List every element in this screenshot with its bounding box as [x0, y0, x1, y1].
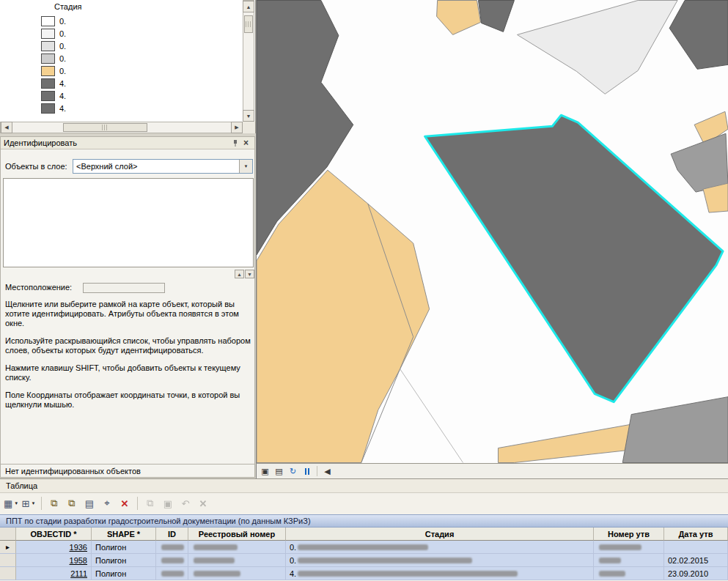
toolbar-separator: [41, 497, 42, 510]
identify-status-bar: Нет идентифицированных объектов: [1, 464, 254, 477]
paste-button: ▣: [160, 495, 176, 511]
table-row[interactable]: 2111 Полигон 4. 23.09.2010: [0, 567, 728, 580]
id-value-redacted: [156, 554, 188, 567]
shape-value: Полигон: [92, 541, 156, 554]
table-row[interactable]: ▸ 1936 Полигон 0.: [0, 541, 728, 554]
legend-label: 0.: [59, 42, 66, 51]
column-header[interactable]: Реестровый номер: [188, 528, 286, 541]
stage-value: 0.: [286, 554, 594, 567]
current-row-icon: ▸: [6, 543, 10, 551]
help-paragraph: Щелкните или выберите рамкой на карте об…: [5, 300, 251, 328]
zoom-to-selected-button[interactable]: ⌖: [99, 495, 115, 511]
legend-item: 4.: [41, 90, 66, 101]
legend-swatch: [41, 91, 55, 101]
row-selector[interactable]: ▸: [0, 541, 16, 554]
copy-button: ⧉: [142, 495, 158, 511]
horizontal-scroll-thumb[interactable]: [63, 123, 147, 132]
delete-button: ✕: [195, 495, 211, 511]
map-view[interactable]: [256, 0, 728, 463]
approval-number-redacted: [594, 541, 664, 554]
undo-button: ↶: [177, 495, 194, 511]
table-sheet-title: ППТ по стадии разработки градостроительн…: [6, 517, 311, 525]
layout-view-button[interactable]: ▤: [273, 465, 285, 477]
column-header[interactable]: Стадия: [286, 528, 594, 541]
column-header[interactable]: ID: [156, 528, 188, 541]
row-selector[interactable]: [0, 567, 16, 580]
identify-help-text: Щелкните или выберите рамкой на карте об…: [5, 300, 251, 418]
toc-legend-panel: Стадия 0. 0. 0. 0. 0. 4. 4. 4. ▲ ▼ ◀ ▶: [0, 0, 256, 133]
shape-value: Полигон: [92, 554, 156, 567]
pin-icon[interactable]: [229, 138, 240, 148]
grid-header-row: OBJECTID * SHAPE * ID Реестровый номер С…: [0, 528, 728, 541]
stage-value: 4.: [286, 567, 594, 580]
scroll-right-button[interactable]: ▶: [231, 122, 243, 133]
clear-selection-button[interactable]: ▤: [81, 495, 98, 511]
legend-label: 4.: [59, 104, 66, 113]
scroll-up-button[interactable]: ▲: [243, 1, 254, 12]
map-view-toolbar: ▣ ▤ ↻ ◀: [256, 463, 728, 478]
pause-drawing-button[interactable]: [301, 465, 313, 477]
legend-item: 0.: [41, 40, 66, 51]
legend-item: 4.: [41, 78, 66, 89]
objectid-value: 1936: [70, 543, 87, 552]
legend-label: 4.: [59, 92, 66, 100]
vertical-scroll-thumb[interactable]: [244, 15, 253, 33]
identify-panel: Идентифицировать × Объекты в слое: <Верх…: [0, 136, 255, 478]
map-canvas[interactable]: [257, 0, 728, 463]
back-extent-button[interactable]: ◀: [321, 465, 334, 477]
legend-item: 0.: [41, 15, 66, 26]
approval-date-value: 02.02.2015: [664, 554, 728, 567]
switch-selection-button[interactable]: ⧉: [64, 495, 80, 511]
location-field[interactable]: [83, 283, 165, 293]
attribute-table-window: Таблица ▦▼ ⊞▼ ⧉ ⧉ ▤ ⌖ ✕ ⧉ ▣ ↶ ✕ ППТ по с…: [0, 478, 728, 581]
legend-item: 0.: [41, 53, 66, 64]
legend-swatch: [41, 53, 55, 64]
location-label: Местоположение:: [5, 283, 72, 292]
identify-results-list[interactable]: [3, 178, 254, 267]
toolbar-separator: [137, 497, 138, 510]
chevron-down-icon[interactable]: ▼: [239, 160, 252, 173]
toc-horizontal-scrollbar[interactable]: ◀ ▶: [0, 122, 243, 133]
table-window-title: Таблица: [6, 481, 37, 490]
layer-select-value: <Верхний слой>: [73, 162, 239, 171]
registry-number-redacted: [188, 541, 286, 554]
row-selector[interactable]: [0, 554, 16, 567]
column-header[interactable]: OBJECTID *: [16, 528, 92, 541]
id-value-redacted: [156, 541, 188, 554]
related-tables-button[interactable]: ⊞▼: [21, 495, 37, 511]
legend-label: 0.: [59, 17, 66, 26]
help-paragraph: Нажмите клавишу SHIFT, чтобы добавить об…: [5, 363, 251, 382]
close-icon[interactable]: ×: [240, 138, 251, 148]
table-row[interactable]: 1958 Полигон 0. 02.02.2015: [0, 554, 728, 567]
select-by-attributes-button[interactable]: ⧉: [46, 495, 62, 511]
registry-number-redacted: [188, 567, 286, 580]
column-header[interactable]: Дата утв: [664, 528, 728, 541]
layer-select[interactable]: <Верхний слой> ▼: [73, 159, 253, 174]
column-header[interactable]: SHAPE *: [92, 528, 156, 541]
toc-vertical-scrollbar[interactable]: ▲ ▼: [243, 0, 254, 122]
help-paragraph: Поле Координаты отображает координаты то…: [5, 391, 251, 410]
refresh-view-button[interactable]: ↻: [287, 465, 299, 477]
legend-swatch: [41, 41, 55, 51]
approval-date-value: 23.09.2010: [664, 567, 728, 580]
legend-item: 4.: [41, 103, 66, 114]
legend-swatch: [41, 103, 55, 114]
delete-selected-button[interactable]: ✕: [117, 495, 133, 511]
table-window-titlebar: Таблица: [0, 479, 728, 493]
legend-item: 0.: [41, 65, 66, 76]
legend-swatch: [41, 66, 55, 76]
table-sheet-titlebar: ППТ по стадии разработки градостроительн…: [0, 514, 728, 528]
column-header[interactable]: Номер утв: [594, 528, 664, 541]
table-options-button[interactable]: ▦▼: [3, 495, 19, 511]
panel-mini-button-1[interactable]: ▲: [235, 270, 244, 278]
panel-mini-button-2[interactable]: ▼: [245, 270, 254, 278]
table-toolbar: ▦▼ ⊞▼ ⧉ ⧉ ▤ ⌖ ✕ ⧉ ▣ ↶ ✕: [0, 492, 728, 514]
approval-number-redacted: [594, 554, 664, 567]
identify-title: Идентифицировать: [4, 138, 229, 147]
scroll-left-button[interactable]: ◀: [1, 122, 12, 133]
legend-swatch: [41, 78, 55, 89]
data-view-button[interactable]: ▣: [259, 465, 271, 477]
legend-swatch: [41, 29, 55, 39]
scroll-down-button[interactable]: ▼: [243, 110, 254, 122]
approval-number-redacted: [594, 567, 664, 580]
